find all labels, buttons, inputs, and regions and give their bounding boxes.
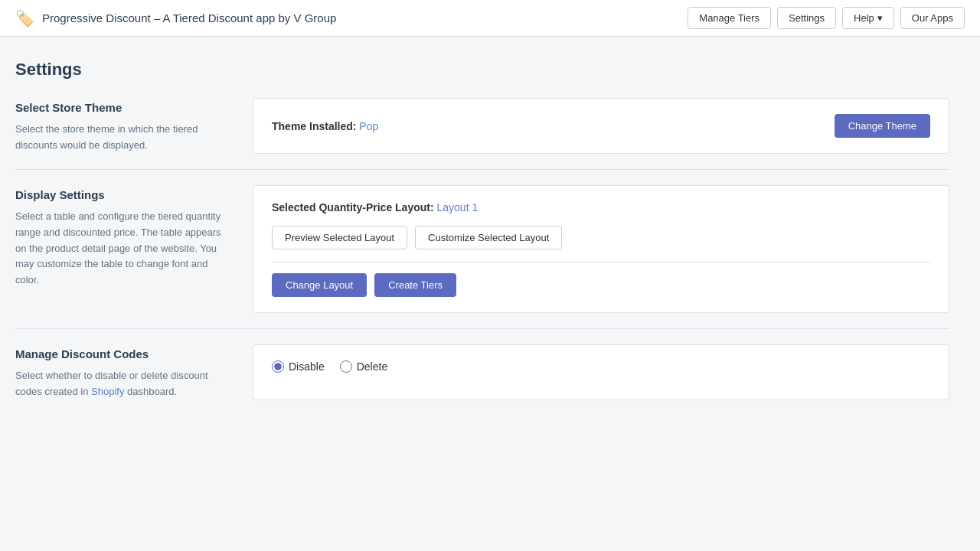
display-settings-info: Display Settings Select a table and conf… xyxy=(15,185,230,313)
header-right: Manage Tiers Settings Help ▾ Our Apps xyxy=(688,7,965,29)
manage-discount-section: Manage Discount Codes Select whether to … xyxy=(15,344,949,400)
delete-radio-label[interactable]: Delete xyxy=(340,360,387,373)
our-apps-button[interactable]: Our Apps xyxy=(900,7,965,29)
help-button[interactable]: Help ▾ xyxy=(842,7,894,29)
header-left: 🏷️ Progressive Discount – A Tiered Disco… xyxy=(15,9,336,28)
create-tiers-button[interactable]: Create Tiers xyxy=(374,273,456,297)
app-header: 🏷️ Progressive Discount – A Tiered Disco… xyxy=(0,0,980,37)
preview-selected-layout-button[interactable]: Preview Selected Layout xyxy=(272,226,407,249)
theme-installed-label: Theme Installed: Pop xyxy=(272,120,378,132)
disable-radio[interactable] xyxy=(272,360,284,373)
display-settings-title: Display Settings xyxy=(15,188,230,201)
theme-name: Pop xyxy=(359,120,378,132)
delete-radio[interactable] xyxy=(340,360,352,373)
manage-discount-description: Select whether to disable or delete disc… xyxy=(15,368,230,400)
theme-row: Theme Installed: Pop Change Theme xyxy=(272,114,930,138)
layout-name-value: Layout 1 xyxy=(437,201,479,214)
inner-divider xyxy=(272,262,930,262)
store-theme-section: Select Store Theme Select the store them… xyxy=(15,98,949,154)
display-settings-description: Select a table and configure the tiered … xyxy=(15,209,230,289)
manage-tiers-button[interactable]: Manage Tiers xyxy=(688,7,771,29)
manage-discount-info: Manage Discount Codes Select whether to … xyxy=(15,344,230,400)
theme-installed-prefix: Theme Installed: xyxy=(272,120,356,132)
layout-buttons-row: Preview Selected Layout Customize Select… xyxy=(272,226,930,249)
page-title: Settings xyxy=(15,60,949,80)
manage-discount-title: Manage Discount Codes xyxy=(15,347,230,360)
help-label: Help xyxy=(854,12,874,24)
selected-layout-prefix: Selected Quantity-Price Layout: xyxy=(272,201,434,214)
store-theme-description: Select the store theme in which the tier… xyxy=(15,122,230,154)
disable-label: Disable xyxy=(289,360,325,373)
change-layout-button[interactable]: Change Layout xyxy=(272,273,367,297)
divider-1 xyxy=(15,169,949,170)
divider-2 xyxy=(15,328,949,329)
delete-label: Delete xyxy=(357,360,387,373)
change-theme-button[interactable]: Change Theme xyxy=(835,114,930,138)
settings-button[interactable]: Settings xyxy=(777,7,836,29)
app-icon: 🏷️ xyxy=(15,9,34,28)
customize-selected-layout-button[interactable]: Customize Selected Layout xyxy=(415,226,562,249)
display-settings-content: Selected Quantity-Price Layout: Layout 1… xyxy=(253,185,949,313)
main-content: Settings Select Store Theme Select the s… xyxy=(0,37,965,439)
store-theme-info: Select Store Theme Select the store them… xyxy=(15,98,230,154)
store-theme-content: Theme Installed: Pop Change Theme xyxy=(253,98,949,154)
disable-radio-label[interactable]: Disable xyxy=(272,360,325,373)
manage-discount-content: Disable Delete xyxy=(253,344,949,400)
action-buttons-row: Change Layout Create Tiers xyxy=(272,273,930,297)
chevron-down-icon: ▾ xyxy=(877,12,883,24)
display-settings-section: Display Settings Select a table and conf… xyxy=(15,185,949,313)
radio-row: Disable Delete xyxy=(272,360,930,373)
app-title: Progressive Discount – A Tiered Discount… xyxy=(42,11,336,24)
selected-layout-label: Selected Quantity-Price Layout: Layout 1 xyxy=(272,201,930,214)
shopify-link: Shopify xyxy=(91,386,124,397)
store-theme-title: Select Store Theme xyxy=(15,101,230,114)
